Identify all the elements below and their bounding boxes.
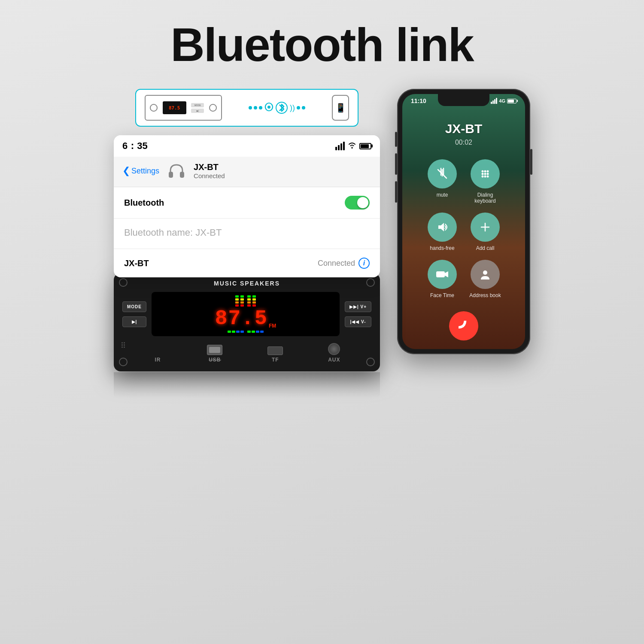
phone-screen: 11:10 4G JX-	[402, 94, 525, 349]
vu-group-2	[240, 295, 244, 307]
left-section: 87.5 MODE ▶| ⦿ ))	[114, 89, 380, 398]
dialing-keyboard-button[interactable]: Dialing keyboard	[468, 159, 502, 204]
vu-bottom-left	[228, 331, 244, 333]
svg-point-15	[487, 176, 489, 178]
info-circle-icon[interactable]: i	[358, 258, 370, 269]
vu-bar	[252, 304, 256, 307]
vu-bar	[235, 295, 239, 298]
vu-bar	[247, 295, 251, 298]
svg-point-14	[484, 176, 486, 178]
vol-down-phone-icon	[395, 181, 397, 203]
svg-point-9	[487, 170, 489, 173]
bt-module-circle-2	[209, 104, 217, 112]
svg-marker-16	[438, 223, 444, 231]
speaker-icon	[428, 213, 457, 242]
end-call-button[interactable]	[443, 305, 484, 346]
address-book-button[interactable]: Address book	[468, 260, 502, 298]
vu-bottom-right	[247, 331, 264, 333]
tf-slot-icon	[267, 346, 283, 355]
frequency-display: 87.5 FM	[152, 292, 340, 336]
bt-module-circle	[150, 104, 158, 112]
signal-bar	[494, 99, 495, 104]
microphone-dots-icon	[122, 342, 125, 348]
ios-device-info: JX-BT Connected	[194, 162, 225, 179]
signal-bar	[491, 102, 492, 104]
bt-module-buttons: MODE ▶|	[191, 103, 204, 113]
next-track-button[interactable]: ▶|	[122, 316, 146, 327]
vu-bar	[256, 331, 259, 333]
ir-label: IR	[155, 357, 161, 363]
dot-3	[259, 106, 262, 109]
svg-rect-1	[169, 172, 173, 178]
handsfree-button[interactable]: hands-free	[425, 213, 459, 251]
vol-up-button[interactable]: ▶▶| V+	[345, 301, 371, 312]
vu-bar	[252, 301, 256, 304]
ios-status-bar: 6：35	[114, 135, 380, 157]
svg-point-21	[483, 270, 487, 275]
aux-label: AUX	[328, 357, 340, 363]
bt-connection-diagram: 87.5 MODE ▶| ⦿ ))	[135, 89, 358, 127]
info-label: i	[363, 259, 365, 267]
bt-signal-waves-icon: ))	[290, 103, 295, 112]
add-call-icon	[471, 213, 500, 242]
mode-button[interactable]: MODE	[122, 301, 146, 312]
vu-bar	[240, 298, 244, 301]
mute-switch-icon	[395, 132, 397, 147]
phone-battery-fill	[508, 100, 514, 103]
mute-call-button[interactable]: mute	[425, 159, 459, 204]
vu-group-4	[252, 295, 256, 307]
vu-bar	[260, 331, 264, 333]
signal-bars-icon	[335, 142, 345, 150]
right-section: 11:10 4G JX-	[397, 89, 530, 354]
vu-bar	[240, 331, 244, 333]
freq-row: 87.5 FM	[215, 308, 276, 329]
speaker-ports: IR USB TF AUX	[122, 343, 371, 363]
vu-bar	[247, 298, 251, 301]
jxbt-connected-info: Connected i	[318, 258, 370, 269]
video-icon	[428, 260, 457, 289]
vu-bar	[252, 298, 256, 301]
vol-down-button[interactable]: |◀◀ V-	[345, 316, 371, 327]
ios-device-status: Connected	[194, 172, 225, 179]
ios-back-button[interactable]: ❮ Settings	[122, 165, 159, 176]
svg-point-7	[482, 170, 484, 173]
dot-5	[302, 106, 305, 109]
speaker-reflection	[114, 372, 380, 398]
svg-rect-19	[436, 271, 445, 277]
speaker-device: MUSIC SPEAKERS MODE ▶|	[114, 273, 380, 371]
phone-battery-icon	[507, 99, 516, 103]
add-call-button[interactable]: Add call	[468, 213, 502, 251]
vu-meters-top	[235, 295, 256, 307]
vu-bar	[247, 301, 251, 304]
svg-point-12	[487, 173, 489, 175]
phone-notch	[438, 94, 489, 106]
svg-point-11	[484, 173, 486, 175]
jxbt-connected-text: Connected	[318, 259, 355, 268]
phone-signal-icon	[491, 98, 497, 104]
bluetooth-toggle[interactable]	[345, 196, 370, 210]
signal-bar-1	[335, 147, 337, 150]
jxbt-device-row: JX-BT Connected i	[114, 249, 380, 277]
phone-time: 11:10	[411, 97, 426, 104]
settings-back-label: Settings	[131, 167, 159, 176]
aux-port: AUX	[328, 343, 340, 363]
mute-icon	[428, 159, 457, 188]
bluetooth-setting-row: Bluetooth	[114, 187, 380, 219]
dialing-keyboard-label: Dialing keyboard	[468, 192, 502, 204]
vu-bar	[235, 298, 239, 301]
bt-module-display: 87.5	[163, 101, 186, 114]
screw-tr-icon	[366, 278, 375, 287]
facetime-label: Face Time	[430, 292, 454, 298]
vu-bar	[240, 295, 244, 298]
chevron-left-icon: ❮	[122, 165, 130, 176]
call-buttons-grid: mute	[402, 146, 525, 307]
facetime-button[interactable]: Face Time	[425, 260, 459, 298]
phone-mock: 11:10 4G JX-	[397, 89, 530, 354]
vol-up-phone-icon	[395, 153, 397, 175]
bluetooth-icon	[275, 101, 288, 114]
vu-bar	[232, 331, 235, 333]
jxbt-device-row-name: JX-BT	[124, 258, 149, 268]
bluetooth-name-row: Bluetooth name: JX-BT	[114, 219, 380, 249]
vu-bar	[235, 301, 239, 304]
signal-bar-2	[338, 145, 340, 150]
